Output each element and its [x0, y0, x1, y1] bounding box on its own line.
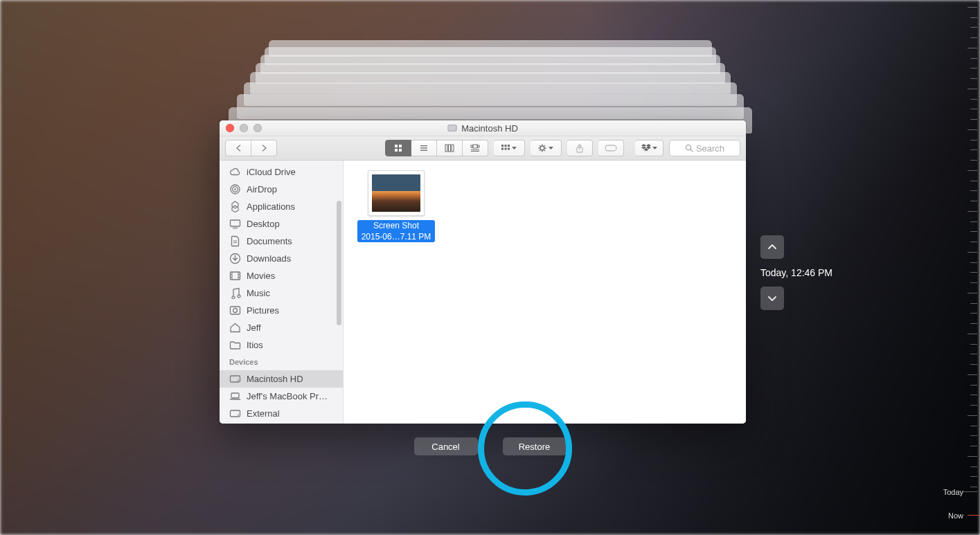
sidebar-item-label: Applications: [247, 201, 295, 212]
svg-rect-15: [471, 149, 479, 150]
timeline-nav: Today, 12:46 PM: [760, 235, 864, 310]
zoom-button[interactable]: [253, 124, 262, 132]
window-title: Macintosh HD: [220, 123, 746, 134]
timeline-now-label: Now: [948, 511, 963, 520]
sidebar-device-jeff-s-macbook-pr-[interactable]: Jeff's MacBook Pr…: [220, 388, 343, 405]
sidebar-item-label: Pictures: [247, 305, 279, 316]
documents-icon: [229, 235, 241, 247]
pictures-icon: [229, 305, 241, 316]
svg-rect-3: [399, 145, 402, 147]
svg-rect-4: [395, 149, 398, 152]
sidebar-item-label: Macintosh HD: [247, 374, 303, 384]
action-button[interactable]: [531, 140, 562, 156]
icon-view-button[interactable]: [385, 140, 411, 156]
svg-rect-13: [471, 145, 473, 147]
apps-icon: [229, 201, 241, 212]
svg-rect-33: [605, 145, 616, 151]
sidebar-item-music[interactable]: Music: [220, 284, 343, 302]
airdrop-icon: [229, 183, 241, 195]
sidebar-item-label: Jeff: [247, 323, 261, 333]
svg-line-29: [544, 150, 545, 151]
tags-button[interactable]: [598, 140, 624, 156]
search-placeholder: Search: [696, 143, 724, 154]
file-thumbnail: [368, 170, 425, 216]
svg-rect-5: [399, 149, 402, 152]
file-item[interactable]: Screen Shot 2015-06…7.11 PM: [356, 170, 436, 242]
sidebar-item-label: Jeff's MacBook Pr…: [247, 391, 328, 401]
dropbox-icon: [641, 144, 651, 152]
search-icon: [685, 144, 693, 152]
sidebar-item-downloads[interactable]: Downloads: [220, 250, 343, 267]
svg-line-30: [544, 145, 545, 146]
sidebar-item-label: iCloud Drive: [247, 167, 296, 177]
dropbox-button[interactable]: [635, 140, 663, 156]
file-area[interactable]: Screen Shot 2015-06…7.11 PM: [344, 161, 746, 424]
svg-rect-39: [231, 220, 240, 226]
share-button[interactable]: [567, 140, 593, 156]
sidebar-item-jeff[interactable]: Jeff: [220, 319, 343, 336]
sidebar-device-external[interactable]: External: [220, 405, 343, 422]
sidebar-item-desktop[interactable]: Desktop: [220, 215, 343, 233]
svg-rect-7: [420, 147, 427, 148]
minimize-button[interactable]: [240, 124, 248, 132]
svg-line-31: [540, 150, 540, 151]
sidebar-item-airdrop[interactable]: AirDrop: [220, 181, 343, 198]
forward-button[interactable]: [251, 140, 277, 156]
sidebar-item-label: Downloads: [247, 253, 291, 264]
sidebar-item-label: Documents: [247, 236, 292, 246]
cloud-icon: [229, 166, 241, 178]
svg-rect-20: [501, 148, 504, 150]
svg-rect-11: [452, 145, 454, 152]
sidebar-item-documents[interactable]: Documents: [220, 233, 343, 250]
sidebar-device-macintosh-hd[interactable]: Macintosh HD: [220, 370, 343, 388]
svg-point-34: [686, 145, 691, 149]
sidebar: iCloud DriveAirDropApplicationsDesktopDo…: [220, 161, 344, 424]
svg-rect-18: [505, 145, 507, 147]
hd-icon: [229, 373, 241, 385]
sidebar-scrollbar[interactable]: [337, 201, 341, 325]
svg-rect-8: [420, 150, 427, 151]
devices-header: Devices: [220, 354, 343, 368]
svg-rect-10: [449, 145, 451, 152]
restore-button[interactable]: Restore: [503, 437, 567, 455]
arrange-button[interactable]: [494, 140, 525, 156]
file-label: Screen Shot 2015-06…7.11 PM: [357, 220, 436, 242]
finder-window: Macintosh HD: [220, 120, 746, 424]
home-icon: [229, 322, 241, 334]
svg-point-54: [238, 380, 239, 381]
svg-point-58: [238, 415, 239, 416]
svg-rect-6: [420, 145, 427, 146]
nav-down-button[interactable]: [760, 287, 784, 310]
column-view-button[interactable]: [437, 140, 463, 156]
svg-point-52: [233, 309, 238, 313]
sidebar-item-label: AirDrop: [247, 184, 277, 194]
svg-rect-21: [505, 148, 507, 150]
sidebar-item-icloud-drive[interactable]: iCloud Drive: [220, 163, 343, 181]
sidebar-item-pictures[interactable]: Pictures: [220, 302, 343, 319]
sidebar-item-label: Desktop: [247, 219, 280, 229]
nav-up-button[interactable]: [760, 235, 784, 259]
timeline-today-label: Today: [943, 488, 963, 496]
coverflow-view-button[interactable]: [463, 140, 488, 156]
svg-rect-2: [395, 145, 398, 147]
sidebar-item-applications[interactable]: Applications: [220, 198, 343, 215]
svg-line-28: [540, 145, 540, 146]
sidebar-item-movies[interactable]: Movies: [220, 267, 343, 284]
movies-icon: [229, 270, 241, 282]
laptop-icon: [229, 390, 241, 402]
close-button[interactable]: [226, 124, 234, 132]
hd-icon: [229, 408, 241, 419]
back-button[interactable]: [225, 140, 251, 156]
svg-rect-12: [473, 145, 477, 148]
nav-buttons: [225, 140, 277, 156]
svg-rect-53: [231, 376, 240, 382]
svg-point-1: [454, 129, 455, 129]
svg-rect-9: [445, 145, 447, 152]
list-view-button[interactable]: [411, 140, 437, 156]
timeline[interactable]: Today Now: [954, 0, 980, 535]
search-field[interactable]: Search: [669, 140, 740, 156]
toolbar: Search: [220, 136, 746, 161]
sidebar-item-itios[interactable]: Itios: [220, 336, 343, 354]
sidebar-item-label: External: [247, 408, 280, 419]
cancel-button[interactable]: Cancel: [414, 437, 478, 455]
